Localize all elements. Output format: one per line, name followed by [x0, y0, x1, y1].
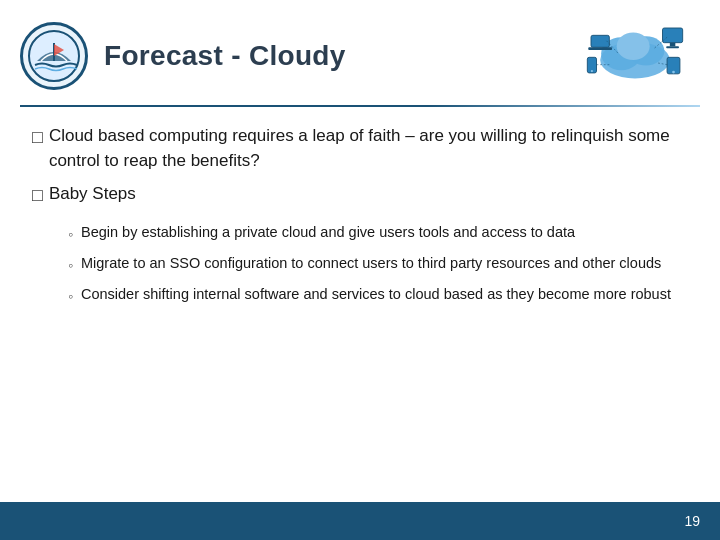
- bullet-2-symbol: □: [32, 182, 43, 208]
- svg-rect-10: [666, 46, 679, 48]
- bullet-1-symbol: □: [32, 124, 43, 150]
- svg-point-14: [591, 70, 593, 72]
- bullet-1: □ Cloud based computing requires a leap …: [32, 123, 688, 173]
- logo-icon: [27, 29, 81, 83]
- svg-rect-8: [663, 28, 683, 43]
- slide-title: Forecast - Cloudy: [104, 40, 346, 72]
- svg-point-12: [672, 71, 675, 74]
- svg-rect-9: [670, 43, 676, 47]
- cloud-icon: [580, 18, 690, 93]
- sub-bullet-2-symbol: ◦: [68, 255, 73, 276]
- sub-bullet-3-symbol: ◦: [68, 286, 73, 307]
- header-divider: [20, 105, 700, 107]
- sub-bullet-2: ◦ Migrate to an SSO configuration to con…: [68, 253, 688, 276]
- sub-bullet-3-text: Consider shifting internal software and …: [81, 284, 671, 306]
- svg-point-5: [617, 33, 650, 61]
- bullet-2: □ Baby Steps: [32, 181, 688, 208]
- sub-bullet-1-symbol: ◦: [68, 224, 73, 245]
- main-content: □ Cloud based computing requires a leap …: [0, 115, 720, 540]
- svg-rect-7: [588, 47, 612, 50]
- bullet-2-text: Baby Steps: [49, 181, 136, 206]
- header: Forecast - Cloudy: [0, 0, 720, 105]
- sub-bullets: ◦ Begin by establishing a private cloud …: [68, 222, 688, 307]
- slide: Forecast - Cloudy: [0, 0, 720, 540]
- sub-bullet-1-text: Begin by establishing a private cloud an…: [81, 222, 575, 244]
- sub-bullet-1: ◦ Begin by establishing a private cloud …: [68, 222, 688, 245]
- bottom-bar: 19: [0, 502, 720, 540]
- sub-bullet-3: ◦ Consider shifting internal software an…: [68, 284, 688, 307]
- logo: [20, 22, 88, 90]
- page-number: 19: [684, 513, 700, 529]
- sub-bullet-2-text: Migrate to an SSO configuration to conne…: [81, 253, 661, 275]
- bullet-1-text: Cloud based computing requires a leap of…: [49, 123, 688, 173]
